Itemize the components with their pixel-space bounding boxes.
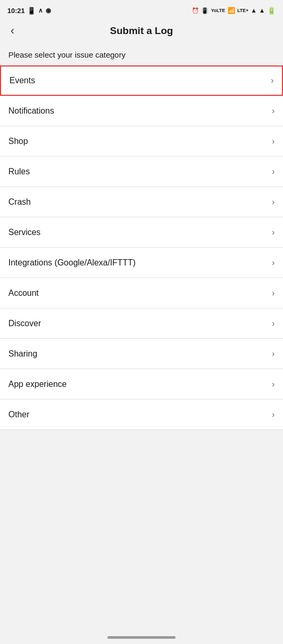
- back-button[interactable]: ‹: [8, 22, 16, 40]
- status-bar: 10:21 📱 ∧ ◉ ⏰ 📳 YoLTE 📶 LTE+ ▲ ▲ 🔋: [0, 0, 283, 19]
- header: ‹ Submit a Log: [0, 19, 283, 43]
- list-item[interactable]: Sharing›: [0, 339, 283, 369]
- list-item[interactable]: Notifications›: [0, 96, 283, 126]
- chevron-right-icon: ›: [272, 167, 275, 176]
- category-label: Shop: [8, 137, 28, 146]
- list-item[interactable]: Crash›: [0, 187, 283, 217]
- list-item[interactable]: Services›: [0, 217, 283, 248]
- vibrate-icon: 📳: [201, 7, 209, 14]
- category-label: Events: [9, 76, 35, 85]
- music-icon: ◉: [46, 7, 51, 14]
- category-label: Notifications: [8, 106, 54, 116]
- signal-bars2-icon: ▲: [259, 7, 265, 14]
- chevron-right-icon: ›: [272, 319, 275, 328]
- arrow-up-icon: ∧: [38, 7, 43, 14]
- list-item[interactable]: Discover›: [0, 308, 283, 339]
- page-subtitle: Please select your issue category: [0, 43, 283, 63]
- chevron-right-icon: ›: [272, 410, 275, 419]
- chevron-right-icon: ›: [271, 76, 274, 85]
- chevron-right-icon: ›: [272, 288, 275, 298]
- list-item[interactable]: Other›: [0, 399, 283, 430]
- category-label: Services: [8, 228, 40, 237]
- list-item[interactable]: Events›: [0, 65, 283, 96]
- page-title: Submit a Log: [110, 25, 173, 37]
- category-label: Other: [8, 410, 29, 419]
- status-left: 10:21 📱 ∧ ◉: [7, 7, 51, 15]
- list-item[interactable]: App experience›: [0, 369, 283, 399]
- list-item[interactable]: Rules›: [0, 157, 283, 187]
- chevron-right-icon: ›: [272, 349, 275, 359]
- category-label: App experience: [8, 380, 67, 389]
- chevron-right-icon: ›: [272, 258, 275, 268]
- category-list: Events›Notifications›Shop›Rules›Crash›Se…: [0, 65, 283, 430]
- list-item[interactable]: Integrations (Google/Alexa/IFTTT)›: [0, 248, 283, 278]
- battery-icon: 🔋: [267, 7, 276, 15]
- category-label: Integrations (Google/Alexa/IFTTT): [8, 258, 136, 268]
- signal-bars-icon: ▲: [251, 7, 257, 14]
- category-label: Crash: [8, 197, 31, 207]
- lte-label: YoLTE: [211, 8, 225, 13]
- list-item[interactable]: Account›: [0, 278, 283, 308]
- category-label: Rules: [8, 167, 30, 176]
- wifi-icon: 📶: [227, 7, 235, 14]
- status-right: ⏰ 📳 YoLTE 📶 LTE+ ▲ ▲ 🔋: [192, 7, 276, 15]
- time-display: 10:21: [7, 7, 25, 15]
- category-label: Discover: [8, 319, 41, 328]
- chevron-right-icon: ›: [272, 137, 275, 146]
- category-label: Account: [8, 288, 39, 298]
- list-item[interactable]: Shop›: [0, 126, 283, 157]
- chevron-right-icon: ›: [272, 106, 275, 116]
- chevron-right-icon: ›: [272, 197, 275, 207]
- bottom-spacer: [0, 430, 283, 451]
- phone-icon: 📱: [27, 7, 36, 15]
- lte-plus-label: LTE+: [237, 8, 249, 13]
- chevron-right-icon: ›: [272, 380, 275, 389]
- alarm-icon: ⏰: [192, 7, 199, 14]
- chevron-right-icon: ›: [272, 228, 275, 237]
- category-label: Sharing: [8, 349, 37, 359]
- home-indicator: [107, 636, 176, 639]
